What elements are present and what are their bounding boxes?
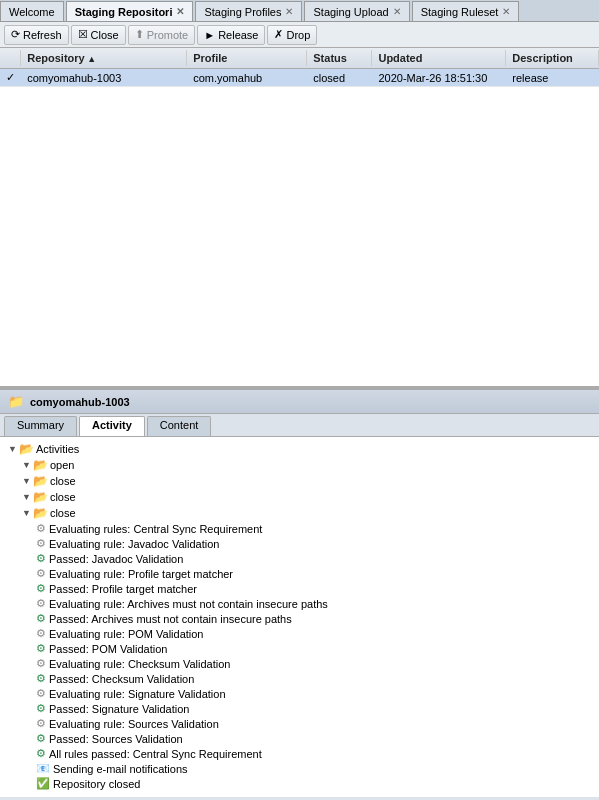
tab-staging-ruleset[interactable]: Staging Ruleset ✕ — [412, 1, 520, 21]
col-header-repository[interactable]: Repository — [21, 50, 187, 66]
activity-item-label: Evaluating rule: Checksum Validation — [49, 658, 230, 670]
release-icon: ► — [204, 29, 215, 41]
activity-item-label: Sending e-mail notifications — [53, 763, 188, 775]
list-item: ⚙Passed: Javadoc Validation — [4, 551, 595, 566]
tab-staging-upload-label: Staging Upload — [313, 6, 388, 18]
list-item: ⚙Passed: Archives must not contain insec… — [4, 611, 595, 626]
list-item: ⚙Evaluating rule: Checksum Validation — [4, 656, 595, 671]
tab-staging-upload[interactable]: Staging Upload ✕ — [304, 1, 409, 21]
list-item: ⚙Evaluating rule: Signature Validation — [4, 686, 595, 701]
close-label: Close — [91, 29, 119, 41]
close-button[interactable]: ☒ Close — [71, 25, 126, 45]
gear-icon: ⚙ — [36, 747, 46, 760]
detail-tab-summary[interactable]: Summary — [4, 416, 77, 436]
activity-item-label: Activities — [36, 443, 79, 455]
activity-item-label: Passed: Checksum Validation — [49, 673, 194, 685]
list-item: ▼📂open — [4, 457, 595, 473]
grid-header: Repository Profile Status Updated Descri… — [0, 48, 599, 69]
list-item: ⚙Evaluating rule: Javadoc Validation — [4, 536, 595, 551]
col-header-description[interactable]: Description — [506, 50, 599, 66]
grid-area: Repository Profile Status Updated Descri… — [0, 48, 599, 388]
row-profile: com.yomahub — [187, 70, 307, 86]
col-header-updated[interactable]: Updated — [372, 50, 506, 66]
tab-staging-ruleset-label: Staging Ruleset — [421, 6, 499, 18]
activity-item-label: Passed: POM Validation — [49, 643, 167, 655]
col-header-status[interactable]: Status — [307, 50, 372, 66]
list-item: ▼📂close — [4, 505, 595, 521]
activity-item-label: Repository closed — [53, 778, 140, 790]
list-item: ⚙Evaluating rule: Sources Validation — [4, 716, 595, 731]
list-item: ⚙Evaluating rule: Profile target matcher — [4, 566, 595, 581]
list-item: ✅Repository closed — [4, 776, 595, 791]
tab-staging-ruleset-close[interactable]: ✕ — [502, 6, 510, 17]
gear-icon: ⚙ — [36, 702, 46, 715]
folder-icon: 📂 — [33, 506, 48, 520]
promote-icon: ⬆ — [135, 28, 144, 41]
gear-icon: ⚙ — [36, 627, 46, 640]
close-icon: ☒ — [78, 28, 88, 41]
list-item: ▼📂close — [4, 489, 595, 505]
expand-icon[interactable]: ▼ — [22, 508, 31, 518]
activity-item-label: Passed: Sources Validation — [49, 733, 183, 745]
tab-staging-profiles-close[interactable]: ✕ — [285, 6, 293, 17]
tab-staging-repository-close[interactable]: ✕ — [176, 6, 184, 17]
list-item: ⚙All rules passed: Central Sync Requirem… — [4, 746, 595, 761]
list-item: ⚙Passed: Profile target matcher — [4, 581, 595, 596]
expand-icon[interactable]: ▼ — [8, 444, 17, 454]
refresh-button[interactable]: ⟳ Refresh — [4, 25, 69, 45]
folder-icon: 📂 — [19, 442, 34, 456]
table-row[interactable]: ✓ comyomahub-1003 com.yomahub closed 202… — [0, 69, 599, 87]
activity-item-label: Evaluating rule: Javadoc Validation — [49, 538, 219, 550]
drop-icon: ✗ — [274, 28, 283, 41]
detail-title-bar: 📁 comyomahub-1003 — [0, 390, 599, 414]
detail-panel: 📁 comyomahub-1003 Summary Activity Conte… — [0, 388, 599, 797]
expand-icon[interactable]: ▼ — [22, 476, 31, 486]
detail-folder-icon: 📁 — [8, 394, 24, 409]
tab-staging-profiles-label: Staging Profiles — [204, 6, 281, 18]
activity-item-label: open — [50, 459, 74, 471]
activity-item-label: Evaluating rules: Central Sync Requireme… — [49, 523, 262, 535]
release-button[interactable]: ► Release — [197, 25, 265, 45]
tab-welcome-label: Welcome — [9, 6, 55, 18]
expand-icon[interactable]: ▼ — [22, 492, 31, 502]
activity-item-label: close — [50, 475, 76, 487]
gear-icon: ⚙ — [36, 612, 46, 625]
gear-icon: ⚙ — [36, 597, 46, 610]
list-item: ▼📂Activities — [4, 441, 595, 457]
expand-icon[interactable]: ▼ — [22, 460, 31, 470]
activity-log: ▼📂Activities▼📂open▼📂close▼📂close▼📂close⚙… — [0, 437, 599, 797]
gear-icon: ⚙ — [36, 582, 46, 595]
folder-icon: 📂 — [33, 490, 48, 504]
detail-tab-activity[interactable]: Activity — [79, 416, 145, 436]
list-item: ⚙Passed: Sources Validation — [4, 731, 595, 746]
folder-icon: 📂 — [33, 458, 48, 472]
activity-item-label: Evaluating rule: Sources Validation — [49, 718, 219, 730]
tab-bar: Welcome Staging Repositori ✕ Staging Pro… — [0, 0, 599, 22]
gear-icon: ⚙ — [36, 732, 46, 745]
row-updated: 2020-Mar-26 18:51:30 — [372, 70, 506, 86]
list-item: 📧Sending e-mail notifications — [4, 761, 595, 776]
activity-item-label: Passed: Javadoc Validation — [49, 553, 183, 565]
promote-label: Promote — [147, 29, 189, 41]
promote-button[interactable]: ⬆ Promote — [128, 25, 196, 45]
tab-staging-upload-close[interactable]: ✕ — [393, 6, 401, 17]
drop-button[interactable]: ✗ Drop — [267, 25, 317, 45]
row-check: ✓ — [0, 69, 21, 86]
drop-label: Drop — [286, 29, 310, 41]
list-item: ⚙Passed: POM Validation — [4, 641, 595, 656]
gear-icon: ⚙ — [36, 687, 46, 700]
detail-tab-content[interactable]: Content — [147, 416, 212, 436]
tab-staging-repository[interactable]: Staging Repositori ✕ — [66, 1, 194, 21]
gear-icon: ⚙ — [36, 672, 46, 685]
detail-title: comyomahub-1003 — [30, 396, 130, 408]
activity-item-label: Passed: Signature Validation — [49, 703, 189, 715]
list-item: ⚙Passed: Signature Validation — [4, 701, 595, 716]
tab-staging-repository-label: Staging Repositori — [75, 6, 173, 18]
col-header-profile[interactable]: Profile — [187, 50, 307, 66]
gear-icon: ⚙ — [36, 567, 46, 580]
list-item: ⚙Evaluating rules: Central Sync Requirem… — [4, 521, 595, 536]
tab-staging-profiles[interactable]: Staging Profiles ✕ — [195, 1, 302, 21]
activity-item-label: close — [50, 507, 76, 519]
tab-welcome[interactable]: Welcome — [0, 1, 64, 21]
row-description: release — [506, 70, 599, 86]
